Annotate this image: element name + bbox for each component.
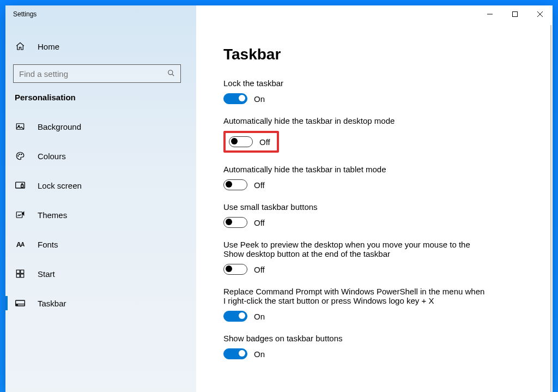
toggle-peek[interactable] (223, 264, 247, 275)
setting-label: Use Peek to preview the desktop when you… (223, 240, 485, 258)
main-panel: Taskbar Lock the taskbar On Automaticall… (196, 23, 553, 392)
toggle-state: Off (254, 218, 265, 227)
toggle-state: Off (259, 137, 270, 147)
toggle-powershell[interactable] (223, 311, 247, 322)
toggle-hide-desktop[interactable] (229, 136, 253, 147)
svg-rect-8 (21, 185, 23, 187)
toggle-hide-tablet[interactable] (223, 179, 247, 190)
palette-icon (15, 150, 26, 161)
sidebar: Home Personalisation (5, 23, 196, 392)
svg-rect-10 (16, 270, 20, 273)
svg-point-6 (21, 154, 22, 155)
start-icon (15, 268, 26, 279)
search-box[interactable] (13, 64, 181, 83)
sidebar-item-label: Start (38, 269, 55, 279)
setting-label: Lock the taskbar (223, 79, 485, 88)
search-input[interactable] (19, 69, 167, 79)
toggle-badges[interactable] (223, 348, 247, 359)
image-icon (15, 121, 26, 132)
svg-rect-12 (16, 274, 20, 278)
sidebar-item-fonts[interactable]: AA Fonts (12, 233, 193, 256)
page-heading: Taskbar (223, 46, 522, 63)
toggle-lock[interactable] (223, 93, 247, 104)
taskbar-icon (15, 298, 26, 309)
fonts-icon: AA (15, 239, 26, 250)
svg-point-4 (18, 155, 19, 156)
svg-rect-0 (513, 12, 518, 17)
home-icon (15, 41, 26, 52)
toggle-state: On (254, 94, 265, 104)
minimize-button[interactable] (477, 5, 502, 23)
toggle-state: On (254, 349, 265, 359)
toggle-small-buttons[interactable] (223, 217, 247, 228)
home-label: Home (38, 42, 59, 51)
toggle-state: Off (254, 265, 265, 274)
client-area: Home Personalisation (5, 23, 553, 392)
sidebar-item-taskbar[interactable]: Taskbar (12, 292, 193, 315)
sidebar-item-start[interactable]: Start (12, 262, 193, 285)
setting-label: Use small taskbar buttons (223, 202, 485, 212)
setting-peek: Use Peek to preview the desktop when you… (223, 240, 485, 275)
close-button[interactable] (527, 5, 553, 23)
sidebar-item-label: Themes (38, 210, 67, 220)
maximize-button[interactable] (502, 5, 527, 23)
setting-hide-desktop: Automatically hide the taskbar in deskto… (223, 116, 485, 153)
svg-point-1 (168, 70, 173, 75)
sidebar-item-label: Colours (38, 152, 66, 161)
setting-badges: Show badges on taskbar buttons On (223, 334, 485, 359)
setting-label: Replace Command Prompt with Windows Powe… (223, 287, 485, 305)
nav-list: Background Colours (12, 115, 193, 315)
search-icon (167, 69, 176, 78)
lockscreen-icon (15, 180, 26, 191)
settings-window: Settings Home (5, 5, 553, 392)
window-title: Settings (13, 10, 37, 18)
category-title: Personalisation (12, 93, 193, 102)
sidebar-item-label: Taskbar (38, 299, 66, 308)
window-controls (477, 5, 553, 23)
svg-point-5 (19, 154, 20, 155)
setting-hide-tablet: Automatically hide the taskbar in tablet… (223, 165, 485, 190)
setting-label: Show badges on taskbar buttons (223, 334, 485, 343)
setting-label: Automatically hide the taskbar in tablet… (223, 165, 485, 174)
annotation-highlight: Off (223, 131, 279, 153)
setting-lock: Lock the taskbar On (223, 79, 485, 104)
sidebar-item-background[interactable]: Background (12, 115, 193, 138)
svg-rect-13 (21, 274, 24, 278)
setting-label: Automatically hide the taskbar in deskto… (223, 116, 485, 125)
home-nav[interactable]: Home (12, 35, 193, 58)
titlebar: Settings (5, 5, 553, 23)
sidebar-item-label: Fonts (38, 240, 58, 249)
sidebar-item-label: Lock screen (38, 181, 82, 190)
svg-rect-11 (21, 270, 24, 273)
sidebar-item-themes[interactable]: Themes (12, 203, 193, 226)
toggle-state: Off (254, 180, 265, 190)
setting-powershell: Replace Command Prompt with Windows Powe… (223, 287, 485, 322)
sidebar-item-colours[interactable]: Colours (12, 144, 193, 167)
svg-rect-15 (16, 305, 17, 306)
sidebar-item-label: Background (38, 122, 81, 131)
themes-icon (15, 209, 26, 220)
sidebar-item-lock-screen[interactable]: Lock screen (12, 174, 193, 197)
toggle-state: On (254, 312, 265, 321)
setting-small-buttons: Use small taskbar buttons Off (223, 202, 485, 228)
